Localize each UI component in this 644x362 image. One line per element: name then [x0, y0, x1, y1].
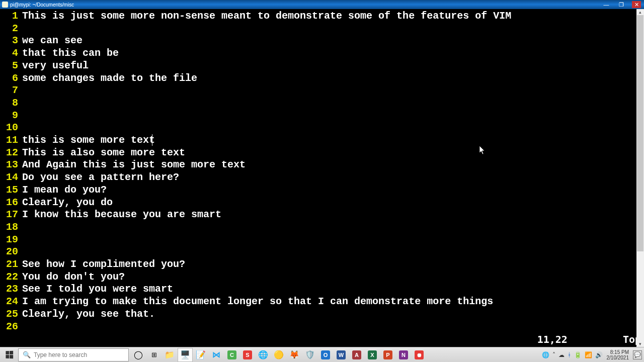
line-number: 22 [2, 271, 22, 284]
window-controls: — ❐ ✕ [602, 1, 641, 8]
line-number: 1 [2, 10, 22, 23]
brave-icon[interactable]: 🛡️ [302, 348, 317, 362]
close-button[interactable]: ✕ [632, 1, 641, 8]
windows-taskbar: 🔍 Type here to search ◯ ⊞ 📁 🖥️ 📝 ⋈ C S 🌐… [0, 347, 644, 362]
scrollbar-thumb[interactable] [637, 15, 643, 251]
line-number: 6 [2, 72, 22, 85]
wifi-icon[interactable]: 📶 [585, 351, 592, 358]
line-number: 21 [2, 258, 22, 271]
excel-icon[interactable]: X [365, 348, 380, 362]
line-text: we can see [22, 35, 83, 47]
camtasia-icon[interactable]: C [224, 348, 239, 362]
word-icon[interactable]: W [334, 348, 349, 362]
snagit-icon[interactable]: S [240, 348, 255, 362]
editor-line: 10 [2, 122, 642, 134]
vscode-icon[interactable]: ⋈ [209, 348, 224, 362]
taskbar-clock[interactable]: 8:15 PM 2/10/2021 [607, 349, 629, 360]
bluetooth-icon[interactable]: ᚼ [568, 351, 571, 358]
battery-icon[interactable]: 🔋 [574, 351, 582, 358]
notifications-icon[interactable]: 💬 [633, 350, 642, 359]
editor-line: 24I am trying to make this document long… [2, 296, 642, 308]
outlook-icon[interactable]: O [318, 348, 333, 362]
line-text: I mean do you? [22, 184, 107, 197]
editor-line: 4that this can be [2, 47, 642, 60]
window-title: pi@mypi: ~/Documents/misc [10, 2, 602, 8]
onedrive-icon[interactable]: ☁ [558, 351, 565, 358]
access-icon[interactable]: A [349, 348, 364, 362]
firefox-icon[interactable]: 🦊 [287, 348, 302, 362]
windows-logo-icon [6, 351, 13, 359]
line-text: Clearly, you see that. [22, 308, 155, 321]
editor-line: 22You do don't you? [2, 271, 642, 284]
line-number: 5 [2, 60, 22, 72]
file-explorer-icon[interactable]: 📁 [162, 348, 177, 362]
clock-time: 8:15 PM [610, 349, 629, 355]
system-tray: 🌐 ˄ ☁ ᚼ 🔋 📶 🔊 8:15 PM 2/10/2021 💬 [542, 349, 645, 360]
line-number: 4 [2, 47, 22, 60]
scroll-down-arrow[interactable]: ▾ [636, 341, 644, 347]
editor-line: 14Do you see a pattern here? [2, 171, 642, 184]
line-number: 18 [2, 221, 22, 234]
tray-chevron-icon[interactable]: ˄ [552, 351, 555, 358]
onenote-icon[interactable]: N [396, 348, 411, 362]
line-number: 2 [2, 23, 22, 35]
line-text: See how I complimented you? [22, 258, 185, 271]
line-text: This is just some more non-sense meant t… [22, 10, 511, 23]
line-number: 3 [2, 35, 22, 47]
cortana-icon[interactable]: ◯ [131, 348, 146, 362]
line-number: 11 [2, 134, 22, 147]
window-titlebar: pi@mypi: ~/Documents/misc — ❐ ✕ [0, 0, 644, 9]
line-text: I know this because you are smart [22, 209, 221, 221]
line-number: 12 [2, 147, 22, 159]
line-number: 7 [2, 84, 22, 97]
editor-line: 13And Again this is just some more text [2, 159, 642, 171]
editor-line: 2 [2, 23, 642, 35]
volume-icon[interactable]: 🔊 [595, 351, 603, 358]
line-number: 20 [2, 246, 22, 258]
line-text: this is some more text [22, 134, 155, 147]
line-number: 26 [2, 321, 22, 333]
putty-taskbar-icon[interactable]: 🖥️ [178, 348, 193, 362]
recorder-icon[interactable]: ⏺ [412, 348, 427, 362]
powerpoint-icon[interactable]: P [380, 348, 395, 362]
editor-line: 26 [2, 321, 642, 333]
line-number: 17 [2, 209, 22, 221]
editor-line: 21See how I complimented you? [2, 258, 642, 271]
editor-line: 18 [2, 221, 642, 234]
line-number: 9 [2, 110, 22, 122]
vertical-scrollbar[interactable]: ▴ ▾ [636, 9, 644, 347]
editor-line: 25Clearly, you see that. [2, 308, 642, 321]
putty-icon [2, 2, 8, 8]
chrome-icon[interactable]: 🟡 [271, 348, 286, 362]
editor-line: 7 [2, 84, 642, 97]
maximize-button[interactable]: ❐ [617, 1, 626, 8]
notepad-icon[interactable]: 📝 [193, 348, 208, 362]
editor-line: 6some changes made to the file [2, 72, 642, 85]
editor-line: 17I know this because you are smart [2, 209, 642, 221]
editor-line: 23See I told you were smart [2, 283, 642, 296]
line-text: some changes made to the file [22, 72, 197, 85]
line-number: 10 [2, 122, 22, 134]
line-text: Do you see a pattern here? [22, 171, 179, 184]
line-number: 8 [2, 97, 22, 110]
line-text: This is also some more text [22, 147, 185, 159]
editor-line: 15I mean do you? [2, 184, 642, 197]
line-text: And Again this is just some more text [22, 159, 246, 171]
minimize-button[interactable]: — [602, 1, 611, 8]
line-number: 25 [2, 308, 22, 321]
editor-line: 9 [2, 110, 642, 122]
line-text: You do don't you? [22, 271, 125, 284]
line-number: 23 [2, 283, 22, 296]
edge-icon[interactable]: 🌐 [256, 348, 271, 362]
line-number: 15 [2, 184, 22, 197]
scroll-up-arrow[interactable]: ▴ [636, 9, 644, 15]
line-text: See I told you were smart [22, 283, 173, 296]
task-view-icon[interactable]: ⊞ [146, 348, 162, 362]
start-button[interactable] [0, 347, 18, 363]
terminal-editor[interactable]: 1This is just some more non-sense meant … [0, 9, 644, 347]
editor-line: 19 [2, 234, 642, 246]
taskbar-apps: ◯ ⊞ 📁 🖥️ 📝 ⋈ C S 🌐 🟡 🦊 🛡️ O W A X P N ⏺ [131, 348, 427, 362]
tray-app-icon[interactable]: 🌐 [542, 351, 549, 358]
taskbar-search[interactable]: 🔍 Type here to search [18, 348, 129, 361]
search-icon: 🔍 [23, 351, 31, 358]
